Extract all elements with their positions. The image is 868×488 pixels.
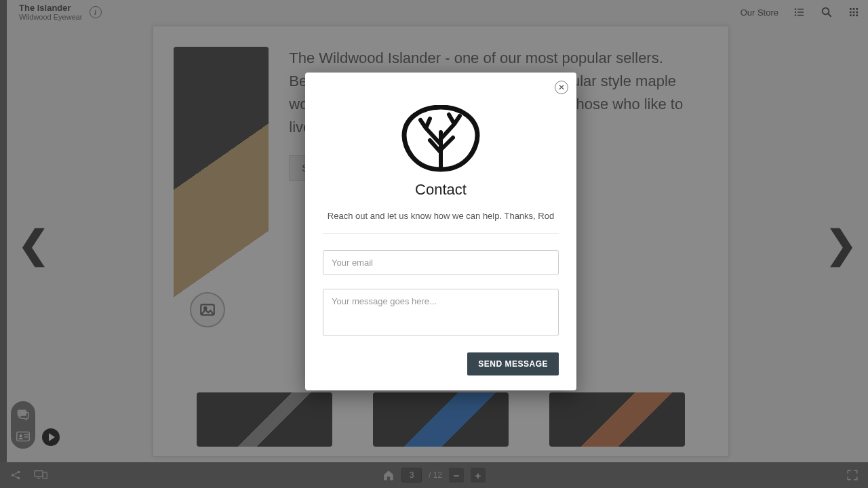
contact-modal: ✕ Contact Reach out and let us know how … [305, 73, 576, 390]
close-icon[interactable]: ✕ [555, 81, 568, 94]
brand-logo [323, 105, 559, 173]
email-field[interactable] [323, 250, 559, 275]
modal-title: Contact [323, 181, 559, 199]
modal-message: Reach out and let us know how we can hel… [323, 211, 559, 221]
message-field[interactable] [323, 289, 559, 336]
send-message-button[interactable]: SEND MESSAGE [467, 352, 559, 375]
